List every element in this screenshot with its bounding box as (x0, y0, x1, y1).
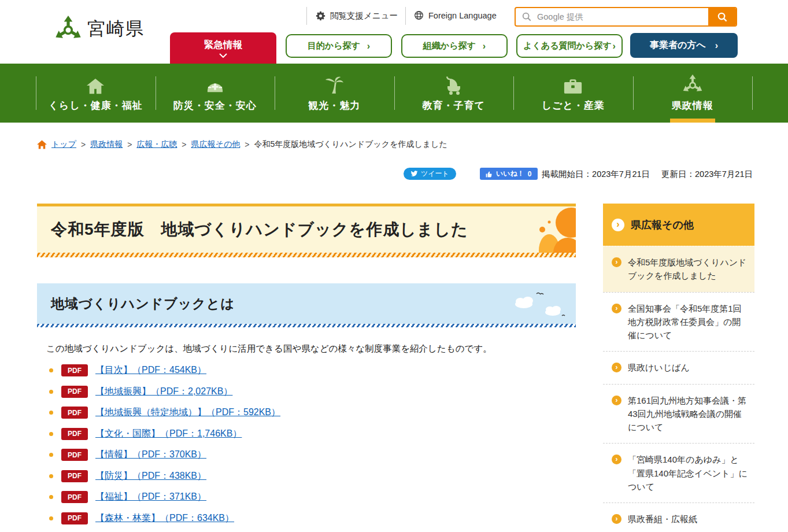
pdf-badge: PDF (61, 449, 88, 461)
chevron-right-icon (612, 514, 621, 524)
chevron-right-icon (612, 219, 624, 231)
divider (405, 7, 406, 25)
sidebar-item[interactable]: 県政けいじばん (603, 351, 754, 383)
list-item: PDF 【防災】（PDF：438KB） (37, 470, 576, 482)
sidebar-item-label: 全国知事会「令和5年度第1回地方税財政常任委員会」の開催について (628, 302, 749, 342)
breadcrumb-separator (182, 140, 186, 149)
breadcrumb-separator (127, 140, 132, 149)
section-heading: 地域づくりハンドブックとは (37, 283, 576, 324)
nav-label: くらし・健康・福祉 (49, 99, 143, 112)
prefecture-emblem-icon (682, 74, 703, 95)
breadcrumb-separator (81, 140, 86, 149)
search-submit-button[interactable] (708, 7, 736, 27)
bullet-icon (49, 390, 53, 394)
nav-item-kankou[interactable]: 観光・魅力 (275, 64, 394, 123)
tweet-button[interactable]: ツイート (404, 168, 456, 180)
foreign-language-button[interactable]: Foreign Language (414, 10, 497, 20)
support-menu-label: 閲覧支援メニュー (330, 10, 398, 21)
main-navigation: くらし・健康・福祉 防災・安全・安心 観光・魅力 (0, 64, 788, 123)
bullet-icon (49, 432, 53, 436)
nav-item-kurashi[interactable]: くらし・健康・福祉 (36, 64, 156, 123)
sidebar: 県広報その他 令和5年度版地域づくりハンドブックを作成しました 全国知事会「令和… (603, 204, 754, 532)
striped-border (37, 253, 576, 257)
sidebar-item[interactable]: 全国知事会「令和5年度第1回地方税財政常任委員会」の開催について (603, 292, 754, 352)
sidebar-heading[interactable]: 県広報その他 (603, 204, 754, 246)
sidebar-item-label: 県政けいじばん (628, 361, 690, 374)
nav-label: 教育・子育て (423, 99, 485, 112)
home-icon (37, 140, 47, 149)
sidebar-item[interactable]: 第161回九州地方知事会議・第43回九州地域戦略会議の開催について (603, 384, 754, 444)
pdf-link[interactable]: 【情報】（PDF：370KB） (95, 449, 206, 461)
pdf-link[interactable]: 【地域振興】（PDF：2,027KB） (95, 386, 232, 398)
bullet-icon (49, 411, 53, 415)
breadcrumb-link-sonota[interactable]: 県広報その他 (191, 139, 241, 150)
breadcrumb: トップ 県政情報 広報・広聴 県広報その他 令和5年度版地域づくりハンドブックを… (37, 139, 447, 150)
clouds-decoration (511, 289, 569, 319)
emergency-info-label: 緊急情報 (204, 39, 242, 51)
published-date: 掲載開始日：2023年7月21日 (542, 169, 650, 180)
pdf-link[interactable]: 【森林・林業】（PDF：634KB） (95, 512, 234, 524)
find-by-purpose-button[interactable]: 目的から探す (286, 34, 392, 58)
tweet-label: ツイート (421, 169, 449, 179)
pdf-link[interactable]: 【地域振興（特定地域）】（PDF：592KB） (95, 407, 280, 419)
bullet-icon (49, 516, 53, 520)
chevron-right-icon (612, 363, 621, 372)
section-heading-banner: 地域づくりハンドブックとは (37, 283, 576, 324)
nav-label: しごと・産業 (542, 99, 605, 112)
active-tab-indicator (670, 119, 715, 123)
pdf-badge: PDF (61, 364, 88, 376)
find-by-faq-button[interactable]: よくある質問から探す (516, 34, 623, 58)
nav-item-shigoto[interactable]: しごと・産業 (513, 64, 633, 123)
list-item: PDF 【情報】（PDF：370KB） (37, 449, 576, 461)
orange-blob-decoration (538, 206, 576, 253)
sidebar-item[interactable]: 「宮崎県140年のあゆみ」と「置県140年記念イベント」について (603, 443, 754, 503)
list-item: PDF 【地域振興】（PDF：2,027KB） (37, 386, 576, 398)
nav-item-kyouiku[interactable]: 教育・子育て (394, 64, 514, 123)
nav-item-kensei[interactable]: 県政情報 (633, 64, 753, 123)
for-business-button[interactable]: 事業者の方へ (630, 33, 738, 58)
list-item: PDF 【森林・林業】（PDF：634KB） (37, 512, 576, 524)
breadcrumb-link-top[interactable]: トップ (51, 139, 76, 150)
breadcrumb-link-kouhou[interactable]: 広報・広聴 (136, 139, 177, 150)
breadcrumb-current: 令和5年度版地域づくりハンドブックを作成しました (254, 139, 447, 150)
article-dates: 掲載開始日：2023年7月21日 更新日：2023年7月21日 (542, 169, 753, 180)
nav-label: 防災・安全・安心 (173, 99, 257, 112)
for-business-label: 事業者の方へ (650, 39, 706, 51)
article-intro: この地域づくりハンドブックは、地域づくりに活用できる国や県などの様々な制度事業を… (46, 343, 576, 355)
breadcrumb-link-kensei[interactable]: 県政情報 (90, 139, 123, 150)
updated-date: 更新日：2023年7月21日 (661, 169, 753, 180)
find-by-org-label: 組織から探す (423, 40, 476, 51)
sidebar-item-current[interactable]: 令和5年度版地域づくりハンドブックを作成しました (603, 246, 754, 292)
find-by-org-button[interactable]: 組織から探す (401, 34, 508, 58)
chevron-right-icon (612, 455, 621, 464)
stroller-icon (444, 74, 464, 95)
search-input[interactable]: Google 提供 (537, 12, 708, 23)
globe-icon (414, 10, 424, 20)
foreign-language-label: Foreign Language (428, 11, 497, 20)
pdf-link[interactable]: 【文化・国際】（PDF：1,746KB） (95, 428, 242, 440)
site-logo[interactable]: 宮崎県 (54, 15, 145, 43)
pdf-link[interactable]: 【福祉】（PDF：371KB） (95, 491, 206, 503)
briefcase-icon (563, 74, 583, 95)
thumbs-up-icon (486, 171, 493, 178)
bullet-icon (49, 474, 53, 478)
facebook-like-button[interactable]: いいね！ 0 (480, 168, 538, 180)
pdf-link[interactable]: 【目次】（PDF：454KB） (95, 364, 206, 376)
find-by-purpose-label: 目的から探す (308, 40, 360, 51)
pdf-badge: PDF (61, 512, 88, 524)
support-menu-button[interactable]: 閲覧支援メニュー (316, 10, 398, 21)
nav-item-bousai[interactable]: 防災・安全・安心 (156, 64, 275, 123)
pdf-badge: PDF (61, 428, 88, 440)
emergency-info-button[interactable]: 緊急情報 (170, 32, 276, 64)
search-icon (717, 12, 728, 23)
pdf-link[interactable]: 【防災】（PDF：438KB） (95, 470, 206, 482)
twitter-icon (410, 171, 418, 177)
chevron-right-icon (612, 396, 621, 405)
helmet-icon (204, 74, 226, 95)
chevron-right-icon (367, 41, 370, 51)
chevron-down-icon (219, 53, 227, 58)
bullet-icon (49, 453, 53, 457)
list-item: PDF 【福祉】（PDF：371KB） (37, 491, 576, 503)
page-title: 令和5年度版 地域づくりハンドブックを作成しました (37, 206, 576, 253)
sidebar-item[interactable]: 県政番組・広報紙 (603, 503, 754, 532)
